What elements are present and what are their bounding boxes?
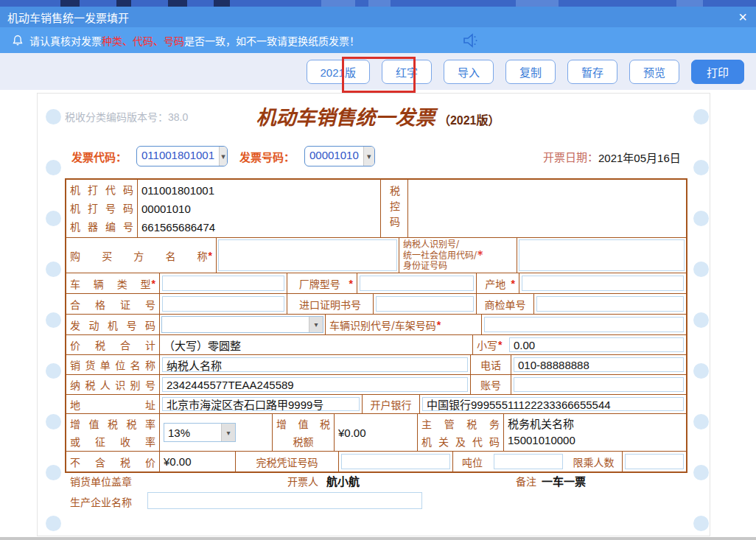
manufacturer-label: 生产企业名称 (70, 494, 132, 509)
vat-rate-label-line1: 增值税税率 (70, 416, 155, 431)
buyer-name-input[interactable] (218, 239, 397, 271)
invoice-dialog: 机动车销售统一发票填开 × 请认真核对发票种类、代码、号码是否一致，如不一致请更… (0, 0, 756, 540)
address-row: 地址 北京市海淀区杏石口路甲9999号 开户银行 中国银行99955511122… (66, 395, 686, 414)
chevron-down-icon: ▾ (363, 147, 374, 166)
certificate-row: 合格证号 进口证明书号 商检单号 (66, 294, 686, 315)
vat-rate-label-line2: 或征收率 (70, 434, 155, 449)
machine-code-value: 011001801001 (141, 181, 377, 200)
vat-amount-label-line1: 增值税 (276, 416, 330, 431)
red-invoice-button[interactable]: 红字 (382, 60, 432, 84)
total-lowercase-input[interactable]: 0.00 (509, 337, 684, 352)
perforation-dot (693, 160, 709, 175)
chevron-down-icon: ▾ (221, 424, 235, 441)
perforation-dot (693, 211, 709, 226)
notice-text-highlight: 种类、代码、号码 (102, 35, 184, 47)
import-cert-input[interactable] (376, 296, 474, 312)
close-icon[interactable]: × (738, 7, 747, 27)
tax-cert-input[interactable] (341, 454, 450, 469)
certificate-input[interactable] (162, 296, 284, 312)
total-lowercase-label: 小写 (477, 337, 497, 352)
inspection-label: 商检单号 (480, 297, 530, 312)
seller-name-input[interactable]: 纳税人名称 (162, 357, 468, 372)
account-label: 账号 (475, 377, 507, 392)
tax-cert-label: 完税凭证号码 (239, 455, 335, 469)
bell-icon (12, 35, 24, 46)
toolbar: 2021版 红字 导入 复制 暂存 预览 打印 (0, 53, 756, 90)
engine-number-select[interactable]: ▾ (161, 316, 323, 333)
manufacturer-input[interactable] (147, 492, 422, 509)
brand-model-input[interactable] (360, 276, 474, 291)
origin-input[interactable] (522, 276, 684, 291)
vehicle-type-input[interactable] (162, 276, 284, 291)
drawer-label: 开票人 (287, 474, 318, 488)
vat-amount-value: ¥0.00 (338, 427, 366, 439)
address-label: 地址 (70, 397, 155, 412)
invoice-form-table: 机打代码 机打号码 机器编号 011001801001 00001010 661… (65, 178, 687, 473)
vehicle-type-row: 车辆类型 * 厂牌型号 * 产地 * (66, 273, 686, 294)
invoice-title: 机动车销售统一发票 （2021版） (0, 102, 756, 130)
vat-rate-select[interactable]: 13% ▾ (164, 423, 236, 442)
preview-button[interactable]: 预览 (629, 60, 679, 84)
chevron-down-icon: ▾ (309, 317, 323, 332)
machine-code-label: 机打代码 (70, 181, 133, 200)
notice-text: 请认真核对发票种类、代码、号码是否一致，如不一致请更换纸质发票！ (29, 33, 360, 48)
seller-row: 销货单位名称 纳税人名称 电话 010-88888888 (66, 355, 686, 375)
machine-id-label: 机器编号 (70, 218, 133, 236)
chevron-down-icon: ▾ (219, 147, 227, 166)
buyer-taxid-input[interactable] (519, 239, 685, 271)
engine-number-label: 发动机号码 (70, 318, 155, 332)
perforation-dot (693, 516, 709, 531)
machine-id-value: 661565686474 (141, 218, 377, 236)
print-button[interactable]: 打印 (691, 60, 744, 84)
background-window-strip (0, 0, 756, 7)
address-input[interactable]: 北京市海淀区杏石口路甲9999号 (162, 397, 360, 411)
machine-codes-row: 机打代码 机打号码 机器编号 011001801001 00001010 661… (66, 180, 686, 238)
perforation-dot (46, 516, 61, 531)
draft-button[interactable]: 暂存 (567, 60, 617, 84)
invoice-number-label: 发票号码： (239, 149, 295, 164)
total-label: 价税合计 (70, 337, 155, 352)
machine-number-label: 机打号码 (70, 200, 133, 218)
total-uppercase-value: （大写）零圆整 (164, 337, 241, 353)
brand-model-label: 厂牌型号 (291, 276, 349, 291)
seller-taxid-input[interactable]: 2342445577TEAA245589 (162, 377, 468, 392)
bank-input[interactable]: 中国银行99955511122233366655544 (422, 397, 684, 411)
perforation-dot (46, 465, 61, 480)
invoice-code-select[interactable]: 011001801001 ▾ (136, 146, 228, 166)
version-button[interactable]: 2021版 (307, 60, 370, 84)
certificate-label: 合格证号 (70, 297, 155, 312)
buyer-name-label: 购买方名称 (70, 248, 208, 263)
perforation-dot (693, 363, 709, 379)
machine-number-value: 00001010 (141, 200, 377, 218)
price-extax-value: ¥0.00 (164, 455, 192, 468)
phone-label: 电话 (475, 357, 507, 372)
import-cert-label: 进口证明书号 (291, 297, 369, 312)
remark-label: 备注 (516, 474, 536, 488)
copy-button[interactable]: 复制 (505, 60, 556, 84)
invoice-number-select[interactable]: 00001010 ▾ (304, 146, 375, 166)
vin-input[interactable] (484, 317, 684, 332)
phone-input[interactable]: 010-88888888 (514, 357, 684, 372)
invoice-code-label: 发票代码： (71, 149, 127, 164)
origin-label: 产地 (480, 276, 511, 291)
seller-taxid-label: 纳税人识别号 (70, 377, 155, 392)
notice-bar: 请认真核对发票种类、代码、号码是否一致，如不一致请更换纸质发票！ (0, 27, 756, 53)
speaker-icon[interactable] (461, 32, 480, 52)
dialog-titlebar: 机动车销售统一发票填开 × (0, 7, 756, 27)
remark-value: 一车一票 (542, 473, 586, 488)
account-input[interactable] (514, 377, 684, 392)
authority-name-value: 税务机关名称 (508, 416, 575, 432)
import-button[interactable]: 导入 (444, 60, 494, 84)
seller-seal-label: 销货单位盖章 (70, 474, 132, 488)
tonnage-input[interactable] (494, 454, 563, 469)
dialog-title: 机动车销售统一发票填开 (7, 10, 129, 25)
inspection-input[interactable] (536, 296, 684, 312)
bottom-strip (0, 537, 756, 540)
perforation-dot (46, 211, 61, 226)
perforation-dot (693, 465, 709, 480)
passenger-limit-input[interactable] (625, 454, 684, 469)
authority-label-line2: 机关及代码 (421, 434, 500, 449)
tax-control-code-field[interactable] (408, 180, 686, 237)
tax-control-code-label: 税控码 (387, 186, 402, 232)
perforation-dot (46, 262, 61, 277)
